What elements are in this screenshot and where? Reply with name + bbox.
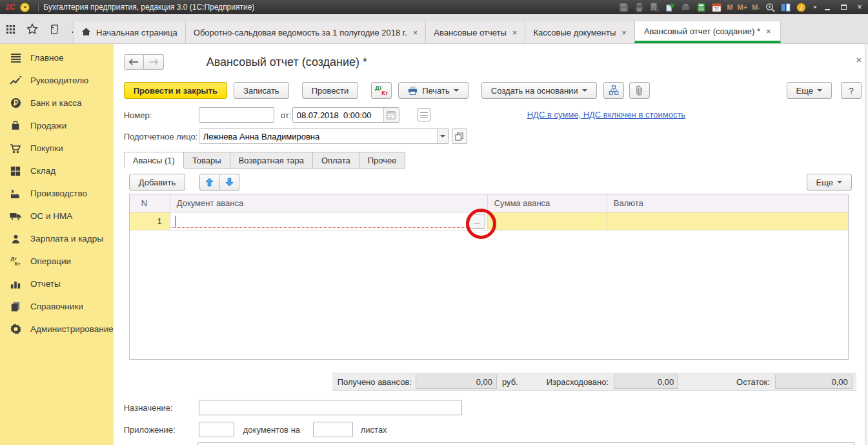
history-icon[interactable] [45, 21, 63, 37]
tab-goods[interactable]: Товары [184, 152, 230, 169]
sidebar-item-label: Склад [30, 166, 56, 176]
sidebar-item-bank-cash[interactable]: Банк и касса [0, 92, 114, 114]
number-input[interactable] [199, 107, 274, 123]
sheets-count-input[interactable] [313, 422, 353, 437]
tab-close-icon[interactable]: × [512, 28, 518, 37]
dt-kt-button[interactable]: ДтКт [371, 82, 392, 99]
create-based-on-button[interactable]: Создать на основании [481, 82, 597, 99]
zoom-icon[interactable] [765, 2, 776, 13]
info-icon[interactable]: i [796, 2, 807, 13]
sidebar-item-directories[interactable]: Справочники [0, 295, 114, 318]
close-window-button[interactable]: × [854, 2, 865, 12]
memory-plus-button[interactable]: M+ [738, 3, 748, 11]
open-person-card-icon[interactable] [452, 129, 467, 144]
sidebar-item-administration[interactable]: Администрирование [0, 318, 114, 340]
documents-count-input[interactable] [199, 422, 234, 437]
tab-other[interactable]: Прочее [359, 152, 406, 169]
sidebar-item-fixed-assets[interactable]: ОС и НМА [0, 205, 114, 227]
accountable-person-field[interactable] [199, 129, 449, 144]
combo-dropdown-icon[interactable] [437, 129, 449, 143]
sidebar-item-manager[interactable]: Руководителю [0, 69, 114, 92]
sidebar-item-sales[interactable]: Продажи [0, 114, 114, 137]
spent-value: 0,00 [614, 375, 678, 389]
sidebar-item-purchases[interactable]: Покупки [0, 137, 114, 160]
document-list-icon[interactable] [418, 109, 430, 121]
attachments-button[interactable] [629, 82, 650, 99]
help-button[interactable]: ? [841, 82, 862, 99]
tab-advance-report-new[interactable]: Авансовый отчет (создание) * × [634, 21, 781, 43]
tab-close-icon[interactable]: × [766, 26, 771, 36]
forward-button[interactable] [144, 54, 164, 70]
save-button[interactable]: Записать [234, 82, 289, 99]
advance-amount-cell[interactable] [488, 212, 607, 230]
vat-settings-link[interactable]: НДС в сумме, НДС включен в стоимость [527, 110, 685, 119]
accountable-person-input[interactable] [199, 129, 437, 143]
tab-home[interactable]: Начальная страница [73, 21, 185, 43]
sidebar-item-operations[interactable]: ДтКт Операции [0, 250, 114, 273]
sidebar-item-label: Продажи [30, 121, 66, 130]
back-button[interactable] [124, 54, 144, 70]
calendar-icon[interactable]: 31 [711, 2, 722, 13]
sidebar-item-label: Справочники [30, 302, 83, 311]
minimize-button[interactable] [822, 2, 833, 12]
purpose-input[interactable] [199, 400, 462, 415]
column-header-amount[interactable]: Сумма аванса [488, 194, 607, 212]
add-row-button[interactable]: Добавить [129, 174, 185, 191]
move-down-button[interactable] [219, 174, 239, 191]
sidebar-item-label: Отчеты [30, 279, 61, 289]
tab-close-icon[interactable]: × [621, 28, 627, 37]
sidebar-item-label: Производство [30, 189, 87, 198]
received-advances-label: Получено авансов: [338, 377, 412, 387]
sidebar-item-main[interactable]: Главное [0, 47, 114, 69]
split-view-icon[interactable] [780, 2, 791, 13]
info-dropdown-caret-icon[interactable] [813, 6, 817, 8]
tab-payment[interactable]: Оплата [313, 152, 359, 169]
row-number-cell[interactable]: 1 [130, 212, 170, 230]
document-structure-button[interactable] [603, 82, 624, 99]
page-title: Авансовый отчет (создание) * [207, 56, 367, 69]
tab-advance-reports[interactable]: Авансовые отчеты × [425, 21, 525, 43]
partial-bottom-input[interactable] [197, 442, 855, 445]
post-button[interactable]: Провести [302, 82, 359, 99]
truck-icon [9, 211, 22, 221]
paperclip-icon [634, 85, 644, 96]
tab-advances[interactable]: Авансы (1) [124, 152, 184, 169]
more-button[interactable]: Еще [787, 82, 832, 99]
column-header-n[interactable]: N [130, 194, 170, 212]
tab-close-icon[interactable]: × [413, 28, 418, 37]
column-header-currency[interactable]: Валюта [607, 194, 848, 212]
trend-chart-icon [9, 76, 22, 85]
favorites-star-icon[interactable] [23, 21, 41, 37]
structure-icon [609, 85, 619, 96]
printer-icon [408, 86, 418, 95]
grid-more-button[interactable]: Еще [807, 174, 852, 191]
post-and-close-button[interactable]: Провести и закрыть [124, 82, 227, 99]
person-icon [9, 234, 22, 244]
tab-returnable-packaging[interactable]: Возвратная тара [230, 152, 313, 169]
advance-document-cell[interactable]: ... [170, 212, 488, 230]
calendar-picker-icon[interactable] [383, 108, 399, 122]
sidebar-item-reports[interactable]: Отчеты [0, 273, 114, 295]
sidebar-item-warehouse[interactable]: Склад [0, 160, 114, 182]
move-up-button[interactable] [199, 174, 219, 191]
column-header-document[interactable]: Документ аванса [170, 194, 488, 212]
link-icon[interactable] [665, 2, 676, 13]
memory-minus-button[interactable]: M- [752, 3, 760, 11]
sidebar-item-production[interactable]: Производство [0, 182, 114, 205]
gear-icon [9, 324, 22, 335]
currency-cell[interactable] [607, 212, 848, 230]
date-field[interactable] [292, 107, 399, 123]
print-button[interactable]: Печать [398, 82, 469, 99]
tab-cash-documents[interactable]: Кассовые документы × [525, 21, 634, 43]
form-close-icon[interactable]: × [856, 54, 862, 65]
maximize-button[interactable] [838, 2, 849, 12]
sections-menu-icon[interactable] [1, 21, 19, 37]
sidebar-item-label: Администрирование [30, 324, 114, 334]
date-input[interactable] [293, 108, 383, 122]
sidebar-item-salary-hr[interactable]: Зарплата и кадры [0, 227, 114, 250]
calculator-icon[interactable] [696, 2, 707, 13]
main-menu-button[interactable] [20, 3, 30, 12]
section-sidebar: Главное Руководителю Банк и касса Продаж… [0, 44, 119, 445]
tab-turnover-balance[interactable]: Оборотно-сальдовая ведомость за 1 полуго… [185, 21, 425, 43]
memory-button[interactable]: M [727, 3, 732, 11]
